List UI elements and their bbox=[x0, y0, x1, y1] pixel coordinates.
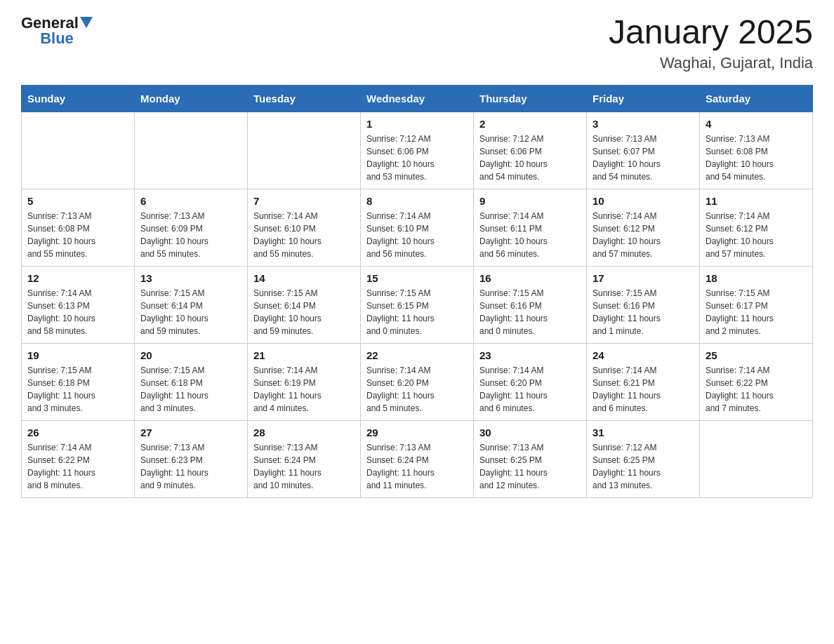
day-info: Sunrise: 7:15 AM Sunset: 6:14 PM Dayligh… bbox=[140, 287, 241, 337]
calendar-cell: 13Sunrise: 7:15 AM Sunset: 6:14 PM Dayli… bbox=[135, 266, 248, 343]
day-info: Sunrise: 7:14 AM Sunset: 6:10 PM Dayligh… bbox=[253, 210, 355, 260]
day-info: Sunrise: 7:14 AM Sunset: 6:19 PM Dayligh… bbox=[253, 364, 355, 415]
day-number: 8 bbox=[366, 195, 468, 207]
day-info: Sunrise: 7:12 AM Sunset: 6:06 PM Dayligh… bbox=[479, 133, 581, 183]
calendar-cell: 19Sunrise: 7:15 AM Sunset: 6:18 PM Dayli… bbox=[22, 343, 135, 420]
calendar-cell: 29Sunrise: 7:13 AM Sunset: 6:24 PM Dayli… bbox=[361, 420, 474, 497]
day-number: 26 bbox=[27, 427, 128, 438]
day-number: 22 bbox=[366, 349, 468, 361]
day-number: 28 bbox=[253, 427, 355, 438]
day-info: Sunrise: 7:12 AM Sunset: 6:06 PM Dayligh… bbox=[366, 133, 468, 183]
header-monday: Monday bbox=[135, 85, 248, 112]
day-number: 9 bbox=[479, 195, 581, 207]
title-block: January 2025 Waghai, Gujarat, India bbox=[609, 14, 813, 72]
day-number: 17 bbox=[593, 272, 694, 284]
calendar-cell: 8Sunrise: 7:14 AM Sunset: 6:10 PM Daylig… bbox=[361, 189, 474, 266]
header-saturday: Saturday bbox=[700, 85, 813, 112]
day-number: 5 bbox=[27, 195, 128, 207]
day-number: 15 bbox=[366, 272, 468, 284]
calendar-cell: 20Sunrise: 7:15 AM Sunset: 6:18 PM Dayli… bbox=[135, 343, 248, 420]
calendar-cell: 18Sunrise: 7:15 AM Sunset: 6:17 PM Dayli… bbox=[700, 266, 813, 343]
header-friday: Friday bbox=[587, 85, 700, 112]
day-number: 6 bbox=[140, 195, 241, 207]
day-number: 16 bbox=[479, 272, 581, 284]
calendar-cell: 6Sunrise: 7:13 AM Sunset: 6:09 PM Daylig… bbox=[135, 189, 248, 266]
week-row-5: 26Sunrise: 7:14 AM Sunset: 6:22 PM Dayli… bbox=[22, 420, 813, 497]
day-info: Sunrise: 7:13 AM Sunset: 6:07 PM Dayligh… bbox=[593, 133, 694, 183]
week-row-4: 19Sunrise: 7:15 AM Sunset: 6:18 PM Dayli… bbox=[22, 343, 813, 420]
day-number: 2 bbox=[479, 118, 581, 130]
calendar-cell: 14Sunrise: 7:15 AM Sunset: 6:14 PM Dayli… bbox=[248, 266, 361, 343]
day-info: Sunrise: 7:15 AM Sunset: 6:14 PM Dayligh… bbox=[253, 287, 355, 337]
day-info: Sunrise: 7:15 AM Sunset: 6:16 PM Dayligh… bbox=[593, 287, 694, 337]
day-info: Sunrise: 7:13 AM Sunset: 6:24 PM Dayligh… bbox=[366, 441, 468, 492]
header-tuesday: Tuesday bbox=[248, 85, 361, 112]
day-info: Sunrise: 7:15 AM Sunset: 6:18 PM Dayligh… bbox=[140, 364, 241, 415]
day-number: 29 bbox=[366, 427, 468, 438]
calendar-cell: 7Sunrise: 7:14 AM Sunset: 6:10 PM Daylig… bbox=[248, 189, 361, 266]
day-number: 31 bbox=[593, 427, 694, 438]
day-number: 20 bbox=[140, 349, 241, 361]
calendar-cell bbox=[700, 420, 813, 497]
day-info: Sunrise: 7:14 AM Sunset: 6:11 PM Dayligh… bbox=[479, 210, 581, 260]
calendar-cell: 25Sunrise: 7:14 AM Sunset: 6:22 PM Dayli… bbox=[700, 343, 813, 420]
day-info: Sunrise: 7:13 AM Sunset: 6:08 PM Dayligh… bbox=[27, 210, 128, 260]
day-info: Sunrise: 7:13 AM Sunset: 6:09 PM Dayligh… bbox=[140, 210, 241, 260]
day-info: Sunrise: 7:13 AM Sunset: 6:08 PM Dayligh… bbox=[706, 133, 807, 183]
page-header: General Blue January 2025 Waghai, Gujara… bbox=[21, 14, 813, 72]
day-info: Sunrise: 7:15 AM Sunset: 6:15 PM Dayligh… bbox=[366, 287, 468, 337]
day-info: Sunrise: 7:13 AM Sunset: 6:24 PM Dayligh… bbox=[253, 441, 355, 492]
calendar-cell: 11Sunrise: 7:14 AM Sunset: 6:12 PM Dayli… bbox=[700, 189, 813, 266]
header-wednesday: Wednesday bbox=[361, 85, 474, 112]
day-info: Sunrise: 7:15 AM Sunset: 6:16 PM Dayligh… bbox=[479, 287, 581, 337]
day-info: Sunrise: 7:14 AM Sunset: 6:12 PM Dayligh… bbox=[593, 210, 694, 260]
day-info: Sunrise: 7:14 AM Sunset: 6:21 PM Dayligh… bbox=[593, 364, 694, 415]
day-info: Sunrise: 7:14 AM Sunset: 6:12 PM Dayligh… bbox=[706, 210, 807, 260]
calendar-cell: 2Sunrise: 7:12 AM Sunset: 6:06 PM Daylig… bbox=[474, 112, 587, 189]
day-info: Sunrise: 7:13 AM Sunset: 6:23 PM Dayligh… bbox=[140, 441, 241, 492]
week-row-2: 5Sunrise: 7:13 AM Sunset: 6:08 PM Daylig… bbox=[22, 189, 813, 266]
week-row-1: 1Sunrise: 7:12 AM Sunset: 6:06 PM Daylig… bbox=[22, 112, 813, 189]
day-number: 13 bbox=[140, 272, 241, 284]
day-info: Sunrise: 7:15 AM Sunset: 6:17 PM Dayligh… bbox=[706, 287, 807, 337]
day-number: 12 bbox=[27, 272, 128, 284]
day-info: Sunrise: 7:13 AM Sunset: 6:25 PM Dayligh… bbox=[479, 441, 581, 492]
day-info: Sunrise: 7:14 AM Sunset: 6:13 PM Dayligh… bbox=[27, 287, 128, 337]
logo-blue-text: Blue bbox=[40, 29, 74, 48]
day-info: Sunrise: 7:15 AM Sunset: 6:18 PM Dayligh… bbox=[27, 364, 128, 415]
calendar-cell: 31Sunrise: 7:12 AM Sunset: 6:25 PM Dayli… bbox=[587, 420, 700, 497]
calendar-cell: 12Sunrise: 7:14 AM Sunset: 6:13 PM Dayli… bbox=[22, 266, 135, 343]
day-number: 10 bbox=[593, 195, 694, 207]
day-number: 14 bbox=[253, 272, 355, 284]
calendar-cell: 23Sunrise: 7:14 AM Sunset: 6:20 PM Dayli… bbox=[474, 343, 587, 420]
day-number: 21 bbox=[253, 349, 355, 361]
calendar-cell: 28Sunrise: 7:13 AM Sunset: 6:24 PM Dayli… bbox=[248, 420, 361, 497]
calendar-cell: 26Sunrise: 7:14 AM Sunset: 6:22 PM Dayli… bbox=[22, 420, 135, 497]
logo-icon: General Blue bbox=[21, 14, 93, 48]
week-row-3: 12Sunrise: 7:14 AM Sunset: 6:13 PM Dayli… bbox=[22, 266, 813, 343]
calendar-cell: 3Sunrise: 7:13 AM Sunset: 6:07 PM Daylig… bbox=[587, 112, 700, 189]
logo: General Blue bbox=[21, 14, 93, 48]
day-number: 7 bbox=[253, 195, 355, 207]
calendar-subtitle: Waghai, Gujarat, India bbox=[609, 54, 813, 72]
day-number: 30 bbox=[479, 427, 581, 438]
day-number: 18 bbox=[706, 272, 807, 284]
calendar-title: January 2025 bbox=[609, 14, 813, 51]
calendar-cell: 10Sunrise: 7:14 AM Sunset: 6:12 PM Dayli… bbox=[587, 189, 700, 266]
calendar-cell: 24Sunrise: 7:14 AM Sunset: 6:21 PM Dayli… bbox=[587, 343, 700, 420]
calendar-table: SundayMondayTuesdayWednesdayThursdayFrid… bbox=[21, 85, 813, 498]
calendar-cell: 16Sunrise: 7:15 AM Sunset: 6:16 PM Dayli… bbox=[474, 266, 587, 343]
day-number: 1 bbox=[366, 118, 468, 130]
calendar-cell: 22Sunrise: 7:14 AM Sunset: 6:20 PM Dayli… bbox=[361, 343, 474, 420]
calendar-cell: 17Sunrise: 7:15 AM Sunset: 6:16 PM Dayli… bbox=[587, 266, 700, 343]
header-thursday: Thursday bbox=[474, 85, 587, 112]
day-number: 3 bbox=[593, 118, 694, 130]
day-info: Sunrise: 7:12 AM Sunset: 6:25 PM Dayligh… bbox=[593, 441, 694, 492]
calendar-cell bbox=[22, 112, 135, 189]
day-info: Sunrise: 7:14 AM Sunset: 6:10 PM Dayligh… bbox=[366, 210, 468, 260]
calendar-cell: 5Sunrise: 7:13 AM Sunset: 6:08 PM Daylig… bbox=[22, 189, 135, 266]
day-info: Sunrise: 7:14 AM Sunset: 6:20 PM Dayligh… bbox=[366, 364, 468, 415]
calendar-cell: 21Sunrise: 7:14 AM Sunset: 6:19 PM Dayli… bbox=[248, 343, 361, 420]
day-number: 11 bbox=[706, 195, 807, 207]
calendar-cell: 27Sunrise: 7:13 AM Sunset: 6:23 PM Dayli… bbox=[135, 420, 248, 497]
